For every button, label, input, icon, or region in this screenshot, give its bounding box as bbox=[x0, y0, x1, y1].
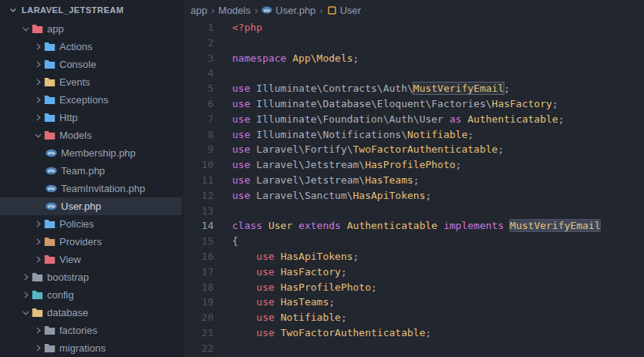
code-line[interactable]: 18 use HasProfilePhoto; bbox=[183, 280, 644, 295]
tree-item-bootstrap[interactable]: bootstrap bbox=[0, 268, 182, 286]
code-line[interactable]: 9use Laravel\Fortify\TwoFactorAuthentica… bbox=[183, 142, 644, 157]
folder-icon bbox=[43, 254, 56, 265]
line-number: 9 bbox=[183, 142, 214, 157]
tree-item-label: View bbox=[59, 254, 81, 265]
tree-item-membership-php[interactable]: phpMembership.php bbox=[0, 144, 182, 162]
breadcrumb-separator: › bbox=[211, 5, 214, 16]
code-area[interactable]: 1<?php23namespace App\Models;45use Illum… bbox=[183, 20, 644, 357]
code-text: use Illuminate\Database\Eloquent\Factori… bbox=[232, 96, 558, 112]
tree-item-exceptions[interactable]: Exceptions bbox=[0, 91, 182, 109]
tree-item-team-php[interactable]: phpTeam.php bbox=[0, 162, 182, 180]
tree-item-label: database bbox=[47, 307, 89, 318]
line-number: 15 bbox=[183, 234, 214, 249]
tree-item-label: bootstrap bbox=[47, 271, 89, 283]
line-number: 21 bbox=[183, 325, 214, 341]
code-text: use Laravel\Jetstream\HasProfilePhoto; bbox=[232, 157, 461, 173]
breadcrumb-item[interactable]: phpUser.php bbox=[261, 5, 315, 16]
code-text: use Laravel\Fortify\TwoFactorAuthenticat… bbox=[232, 142, 504, 157]
file-tree: appActionsConsoleEventsExceptionsHttpMod… bbox=[0, 20, 182, 357]
svg-text:php: php bbox=[48, 186, 55, 191]
tree-item-app[interactable]: app bbox=[0, 20, 182, 38]
chevron-right-icon bbox=[32, 95, 43, 106]
line-number: 22 bbox=[183, 341, 214, 356]
tree-item-providers[interactable]: Providers bbox=[0, 233, 182, 251]
code-text: use Laravel\Jetstream\HasTeams; bbox=[232, 173, 420, 188]
code-line[interactable]: 6use Illuminate\Database\Eloquent\Factor… bbox=[183, 96, 644, 112]
tree-item-label: migrations bbox=[59, 342, 106, 354]
chevron-down-icon bbox=[8, 5, 19, 15]
code-line[interactable]: 2 bbox=[183, 35, 644, 51]
breadcrumb-item[interactable]: User bbox=[327, 5, 361, 16]
code-line[interactable]: 4 bbox=[183, 66, 644, 81]
tree-item-database[interactable]: database bbox=[0, 304, 182, 322]
tree-item-config[interactable]: config bbox=[0, 286, 182, 304]
breadcrumb-item[interactable]: app bbox=[191, 5, 207, 16]
code-line[interactable]: 3namespace App\Models; bbox=[183, 51, 644, 66]
svg-text:php: php bbox=[48, 150, 55, 156]
code-text: class User extends Authenticatable imple… bbox=[232, 218, 600, 234]
breadcrumb-item[interactable]: Models bbox=[218, 5, 251, 16]
svg-text:php: php bbox=[48, 204, 55, 209]
line-number: 12 bbox=[183, 188, 214, 204]
tree-item-models[interactable]: Models bbox=[0, 126, 182, 144]
code-line[interactable]: 15{ bbox=[183, 234, 644, 249]
code-text: use HasFactory; bbox=[232, 264, 347, 280]
tree-item-http[interactable]: Http bbox=[0, 109, 182, 126]
code-text: use Notifiable; bbox=[232, 310, 347, 325]
tree-item-label: config bbox=[47, 289, 74, 301]
tree-item-label: Actions bbox=[59, 41, 93, 52]
breadcrumb: app›Models›phpUser.php›User bbox=[183, 0, 644, 20]
php-file-icon: php bbox=[45, 147, 58, 159]
tree-item-console[interactable]: Console bbox=[0, 56, 182, 73]
tree-item-teaminvitation-php[interactable]: phpTeamInvitation.php bbox=[0, 180, 182, 197]
code-line[interactable]: 17 use HasFactory; bbox=[183, 264, 644, 280]
code-line[interactable]: 7use Illuminate\Foundation\Auth\User as … bbox=[183, 112, 644, 127]
tree-item-policies[interactable]: Policies bbox=[0, 215, 182, 233]
tree-item-migrations[interactable]: migrations bbox=[0, 339, 182, 357]
explorer-root-label: LARAVEL_JETSTREAM bbox=[22, 5, 123, 15]
breadcrumb-label: User bbox=[340, 5, 361, 16]
tree-item-label: Policies bbox=[59, 218, 94, 230]
code-line[interactable]: 14class User extends Authenticatable imp… bbox=[183, 218, 644, 234]
code-line[interactable]: 10use Laravel\Jetstream\HasProfilePhoto; bbox=[183, 157, 644, 173]
folder-icon bbox=[43, 130, 56, 141]
tree-item-events[interactable]: Events bbox=[0, 73, 182, 91]
tree-item-actions[interactable]: Actions bbox=[0, 38, 182, 56]
code-text: <?php bbox=[232, 20, 262, 35]
chevron-right-icon bbox=[32, 254, 43, 265]
line-number: 16 bbox=[183, 249, 214, 264]
code-line[interactable]: 8use Illuminate\Notifications\Notifiable… bbox=[183, 127, 644, 143]
line-number: 20 bbox=[183, 310, 214, 325]
line-number: 3 bbox=[183, 51, 214, 66]
tree-item-factories[interactable]: factories bbox=[0, 322, 182, 339]
code-line[interactable]: 19 use HasTeams; bbox=[183, 295, 644, 310]
tree-item-label: Events bbox=[59, 76, 90, 88]
chevron-right-icon bbox=[32, 113, 43, 123]
tree-item-user-php[interactable]: phpUser.php bbox=[0, 197, 182, 215]
chevron-right-icon bbox=[20, 290, 31, 301]
tree-item-label: Console bbox=[59, 59, 96, 70]
explorer-root-folder[interactable]: LARAVEL_JETSTREAM bbox=[0, 0, 182, 20]
line-number: 11 bbox=[183, 173, 214, 188]
folder-icon bbox=[43, 218, 56, 230]
code-text: { bbox=[232, 234, 238, 249]
code-line[interactable]: 1<?php bbox=[183, 20, 644, 35]
code-line[interactable]: 5use Illuminate\Contracts\Auth\MustVerif… bbox=[183, 81, 644, 96]
code-line[interactable]: 16 use HasApiTokens; bbox=[183, 249, 644, 264]
breadcrumb-label: User.php bbox=[275, 5, 315, 16]
code-line[interactable]: 22 bbox=[183, 341, 644, 356]
code-line[interactable]: 20 use Notifiable; bbox=[183, 310, 644, 325]
chevron-down-icon bbox=[20, 24, 31, 35]
explorer-sidebar: LARAVEL_JETSTREAM appActionsConsoleEvent… bbox=[0, 0, 183, 357]
php-file-icon: php bbox=[45, 183, 58, 194]
tree-item-label: Providers bbox=[59, 236, 102, 248]
tree-item-view[interactable]: View bbox=[0, 251, 182, 268]
line-number: 4 bbox=[183, 66, 214, 81]
code-line[interactable]: 11use Laravel\Jetstream\HasTeams; bbox=[183, 173, 644, 188]
code-line[interactable]: 12use Laravel\Sanctum\HasApiTokens; bbox=[183, 188, 644, 204]
code-line[interactable]: 13 bbox=[183, 204, 644, 219]
php-file-icon: php bbox=[45, 200, 58, 212]
tree-item-label: User.php bbox=[61, 200, 101, 212]
code-line[interactable]: 21 use TwoFactorAuthenticatable; bbox=[183, 325, 644, 341]
breadcrumb-label: app bbox=[191, 5, 207, 16]
